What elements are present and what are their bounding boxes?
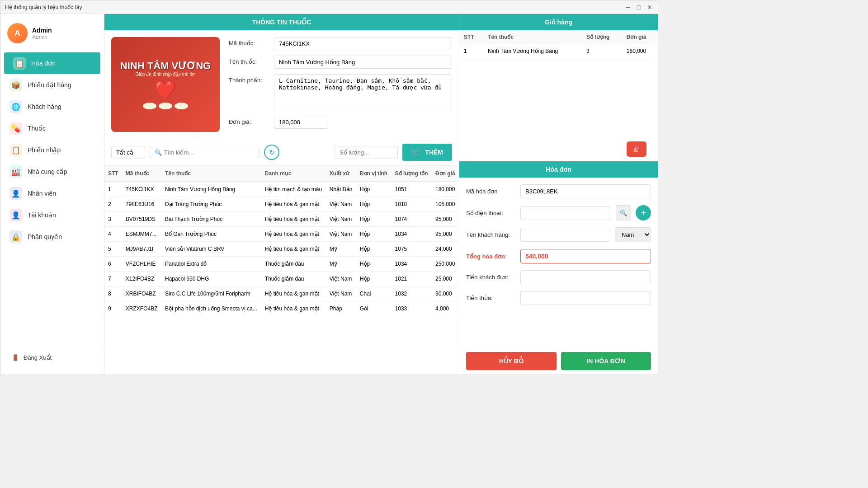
row-stt: 1 (104, 182, 122, 197)
row-dongia: 180,000 (432, 182, 459, 197)
logout-button[interactable]: 🚪 Đăng Xuất (5, 350, 99, 366)
row-slton: 1033 (392, 301, 432, 316)
row-xuatxu: Nhật Bản (326, 182, 356, 197)
col-dongia: Đơn giá (432, 166, 459, 182)
ten-kh-input[interactable] (520, 228, 610, 242)
category-filter[interactable]: Tất cả (111, 146, 145, 159)
pill-1 (143, 103, 156, 109)
sidebar-item-nv[interactable]: 👤 Nhân viên (0, 183, 104, 204)
ma-thuoc-input[interactable] (274, 37, 452, 50)
tien-dua-input[interactable] (520, 270, 651, 284)
sidebar-item-hoadon[interactable]: 📋 Hóa đơn (4, 52, 100, 74)
user-info: Admin Admin (32, 27, 52, 40)
close-button[interactable]: ✕ (646, 4, 653, 11)
row-dongia: 30,000 (432, 286, 459, 301)
row-danhmuc: Hệ tiêu hóa & gan mật (261, 212, 326, 227)
sidebar-item-pq[interactable]: 🔒 Phân quyền (0, 226, 104, 248)
row-danhmuc: Hệ tim mạch & tạo máu (261, 182, 326, 197)
nhap-icon: 📋 (9, 144, 22, 156)
sidebar-item-tk[interactable]: 👤 Tài khoản (0, 204, 104, 226)
medicine-fields: Mã thuốc: Tên thuốc: Thành phần: L-Carni… (229, 37, 452, 132)
row-dvt: Hộp (356, 197, 392, 212)
cart-row: 1 Ninh Tâm Vương Hồng Bàng 3 180,000 (459, 44, 658, 58)
sdt-input[interactable] (520, 206, 611, 220)
quantity-input[interactable] (335, 146, 398, 159)
table-row[interactable]: 3 BV07519DS Bài Thạch Trường Phúc Hệ tiê… (104, 212, 459, 227)
medicine-image-title: NINH TÂM VƯƠNG (120, 60, 211, 72)
thanh-phan-textarea[interactable]: L-Carnitine, Taurine, Đan sâm, Khổ sâm b… (274, 74, 452, 110)
row-danhmuc: Hệ tiêu hóa & gan mật (261, 301, 326, 316)
row-ten: Bột pha hỗn dịch uống Smecta vị ca... (161, 301, 261, 316)
invoice-panel-header: Hóa đơn (459, 161, 658, 178)
sidebar-item-nhap[interactable]: 📋 Phiếu nhập (0, 139, 104, 161)
sidebar-item-ncc[interactable]: 🏭 Nhà cung cấp (0, 161, 104, 183)
sidebar-label-nhap: Phiếu nhập (28, 146, 61, 154)
gender-select[interactable]: Nam Nữ (615, 227, 651, 242)
row-danhmuc: Thuốc giảm đau (261, 257, 326, 272)
row-stt: 9 (104, 301, 122, 316)
pill-2 (159, 103, 172, 109)
row-stt: 4 (104, 227, 122, 242)
ten-thuoc-input[interactable] (274, 56, 452, 69)
row-ten: Bài Thạch Trường Phúc (161, 212, 261, 227)
row-dvt: Hộp (356, 257, 392, 272)
delete-cart-button[interactable]: 🗑 (627, 141, 646, 157)
cart-table: STT Tên thuốc Số lượng Đơn giá 1 Ninh Tâ… (459, 30, 658, 58)
add-label: THÊM (425, 149, 443, 156)
refresh-button[interactable]: ↻ (264, 145, 279, 160)
table-row[interactable]: 5 MJ9AB7J1I Viên sủi Vitatrum C BRV Hệ t… (104, 242, 459, 257)
sidebar-label-pq: Phân quyền (28, 233, 62, 240)
sidebar-label-khach: Khách hàng (28, 103, 61, 110)
tien-thua-input[interactable] (520, 291, 651, 305)
table-row[interactable]: 1 745KCI1KX Ninh Tâm Vương Hồng Bàng Hệ … (104, 182, 459, 197)
add-to-cart-button[interactable]: 🛒 THÊM (402, 144, 452, 161)
row-ma: XRZXFO4BZ (122, 301, 161, 316)
sidebar-label-thuoc: Thuốc (28, 125, 46, 132)
ten-thuoc-row: Tên thuốc: (229, 56, 452, 69)
table-row[interactable]: 9 XRZXFO4BZ Bột pha hỗn dịch uống Smecta… (104, 301, 459, 316)
cancel-invoice-button[interactable]: HỦY BỎ (466, 352, 557, 370)
row-stt: 6 (104, 257, 122, 272)
row-ma: MJ9AB7J1I (122, 242, 161, 257)
row-ten: Panadol Extra đỏ (161, 257, 261, 272)
add-customer-button[interactable]: + (636, 205, 651, 221)
thanh-phan-row: Thành phần: L-Carnitine, Taurine, Đan sâ… (229, 74, 452, 110)
avatar-letter: A (14, 28, 20, 38)
sidebar-item-thuoc[interactable]: 💊 Thuốc (0, 117, 104, 139)
ten-kh-row: Tên khách hàng: Nam Nữ (466, 227, 651, 242)
table-scroll[interactable]: STT Mã thuốc Tên thuốc Danh mục Xuất xứ … (104, 166, 459, 375)
row-xuatxu: Việt Nam (326, 212, 356, 227)
don-gia-input[interactable] (274, 116, 328, 129)
cart-panel: Giỏ hàng STT Tên thuốc Số lượng Đơn giá (459, 14, 658, 139)
invoice-panel: 🗑 Hóa đơn Mã hóa đơn Số điện thoại: 🔍 + (459, 139, 658, 375)
minimize-button[interactable]: ─ (624, 4, 632, 11)
cart-sl: 3 (582, 44, 622, 58)
sidebar-item-phieu[interactable]: 📦 Phiếu đặt hàng (0, 74, 104, 96)
table-row[interactable]: 4 ESMJMM7... Bổ Gan Trường Phúc Hệ tiêu … (104, 227, 459, 242)
sidebar-item-khach[interactable]: 🌐 Khách hàng (0, 96, 104, 117)
cart-header: Giỏ hàng (459, 14, 658, 30)
row-slton: 1034 (392, 227, 432, 242)
table-row[interactable]: 7 X12IFO4BZ Hapacol 650 DHG Thuốc giảm đ… (104, 272, 459, 286)
medicine-data-table: STT Mã thuốc Tên thuốc Danh mục Xuất xứ … (104, 166, 459, 316)
top-section: THÔNG TIN THUỐC NINH TÂM VƯƠNG Giúp ổn đ… (104, 14, 658, 139)
table-row[interactable]: 8 XRBIFO4BZ Siro C.C Life 100mg/5ml Fori… (104, 286, 459, 301)
window-title: Hệ thống quản lý hiệu thuốc tây (5, 4, 82, 10)
col-ten: Tên thuốc (161, 166, 261, 182)
medicine-pills (120, 103, 211, 109)
tien-dua-label: Tiền khách đưa: (466, 274, 516, 281)
col-stt: STT (104, 166, 122, 182)
row-dongia: 24,000 (432, 242, 459, 257)
tong-input[interactable] (520, 249, 651, 263)
search-input[interactable] (164, 149, 255, 156)
table-row[interactable]: 6 VFZCHLHIE Panadol Extra đỏ Thuốc giảm … (104, 257, 459, 272)
col-xuatxu: Xuất xứ (326, 166, 356, 182)
ma-thuoc-label: Mã thuốc: (229, 37, 269, 47)
restore-button[interactable]: □ (635, 4, 642, 11)
table-row[interactable]: 2 798E63U16 Đại Tràng Trường Phúc Hệ tiê… (104, 197, 459, 212)
ma-hoadon-input[interactable] (520, 184, 651, 198)
search-customer-button[interactable]: 🔍 (616, 205, 631, 221)
row-ma: VFZCHLHIE (122, 257, 161, 272)
print-invoice-button[interactable]: IN HÓA ĐƠN (561, 352, 651, 370)
row-xuatxu: Việt Nam (326, 272, 356, 286)
